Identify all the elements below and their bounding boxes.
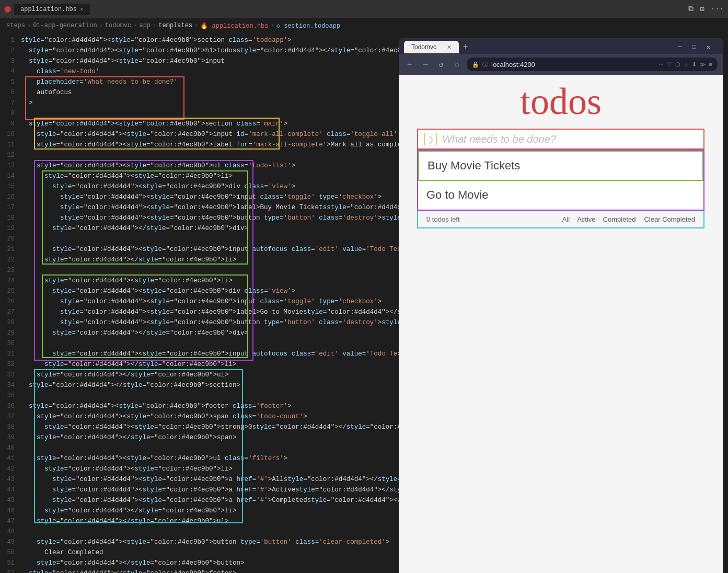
code-line: 44 style="color:#d4d4d4"><style="color:#… [0, 485, 399, 495]
address-bar[interactable]: 🔒 ⓘ localhost:4200 ··· ♡ ⬡ ☆ ⬇ ≫ ≡ [467, 58, 718, 71]
tab-label: application.hbs [20, 6, 77, 13]
bookmark-icon: ♡ [667, 61, 672, 68]
browser-tab[interactable]: Todomvc ✕ [404, 41, 459, 53]
code-line: 11 style="color:#d4d4d4"><style="color:#… [0, 140, 399, 150]
todo-app: todos ❯ What needs to be done? Buy Movie… [417, 80, 704, 228]
code-line: 6 autofocus [0, 87, 399, 98]
code-line: 33 style="color:#d4d4d4"></style="color:… [0, 370, 399, 380]
filter-active[interactable]: Active [577, 215, 595, 223]
code-line: 27 style="color:#d4d4d4"><style="color:#… [0, 307, 399, 317]
code-line: 41 style="color:#d4d4d4"><style="color:#… [0, 453, 399, 464]
browser-panel: Todomvc ✕ + — □ ✕ ← → ↺ ⌂ 🔒 ⓘ l [399, 38, 723, 573]
code-line: 23 [0, 265, 399, 276]
code-line: 5 placeholder='What needs to be done?' [0, 77, 399, 87]
back-button[interactable]: ← [404, 60, 415, 68]
todo-item-2-label: Go to Movie [426, 188, 489, 201]
code-line: 42 style="color:#d4d4d4"><style="color:#… [0, 464, 399, 474]
browser-close-icon[interactable]: ✕ [703, 43, 713, 51]
code-line: 50 Clear Completed [0, 547, 399, 558]
todo-list: Buy Movie Tickets Go to Movie [417, 150, 704, 211]
more-icon[interactable]: ··· [711, 5, 724, 14]
refresh-button[interactable]: ↺ [435, 60, 447, 69]
code-line: 12 [0, 150, 399, 161]
filter-completed[interactable]: Completed [603, 215, 636, 223]
download-icon: ⬇ [692, 61, 697, 68]
browser-tab-bar: Todomvc ✕ + — □ ✕ [399, 38, 723, 54]
code-line: 16 style="color:#d4d4d4"><style="color:#… [0, 192, 399, 202]
lock-icon: 🔒 [472, 61, 479, 68]
code-line: 7 > [0, 98, 399, 108]
code-line: 14 style="color:#d4d4d4"><style="color:#… [0, 171, 399, 181]
main-area: 1style="color:#d4d4d4"><style="color:#4e… [0, 33, 728, 573]
chevron-down-icon: ❯ [427, 134, 434, 144]
clear-completed-button[interactable]: Clear Completed [644, 215, 695, 223]
browser-tab-close-icon[interactable]: ✕ [447, 44, 452, 51]
code-line: 51 style="color:#d4d4d4"></style="color:… [0, 558, 399, 568]
footer-filters: All Active Completed [562, 215, 636, 223]
breadcrumb: steps › 01-app-generation › todomvc › ap… [0, 18, 728, 33]
code-line: 47 style="color:#d4d4d4"></style="color:… [0, 516, 399, 526]
title-bar-left: ⬤ application.hbs ✕ [4, 4, 90, 15]
code-line: 45 style="color:#d4d4d4"><style="color:#… [0, 495, 399, 506]
todo-title: todos [417, 80, 704, 123]
url-text: localhost:4200 [491, 61, 535, 68]
browser-minimize-icon[interactable]: — [675, 43, 685, 51]
browser-maximize-icon[interactable]: □ [689, 43, 699, 51]
bc-generation[interactable]: 01-app-generation [33, 22, 97, 29]
code-line: 3 style="color:#d4d4d4"><style="color:#4… [0, 56, 399, 66]
code-line: 25 style="color:#d4d4d4"><style="color:#… [0, 286, 399, 296]
code-line: 9 style="color:#d4d4d4"><style="color:#4… [0, 119, 399, 129]
todo-item-2: Go to Movie [418, 181, 703, 210]
code-line: 20 [0, 234, 399, 244]
code-line: 4 class='new-todo' [0, 66, 399, 77]
code-line: 49 style="color:#d4d4d4"><style="color:#… [0, 537, 399, 547]
code-line: 35 [0, 391, 399, 401]
code-line: 39 style="color:#d4d4d4"></style="color:… [0, 432, 399, 443]
extensions-icon: ··· [658, 61, 663, 68]
toggle-all-button[interactable]: ❯ [424, 133, 437, 145]
code-line: 22 style="color:#d4d4d4"></style="color:… [0, 255, 399, 265]
code-line: 38 style="color:#d4d4d4"><style="color:#… [0, 422, 399, 432]
bc-steps[interactable]: steps [6, 22, 25, 29]
code-line: 32 style="color:#d4d4d4"></style="color:… [0, 359, 399, 370]
split-icon[interactable]: ⧉ [688, 5, 694, 14]
app-icon: ⬤ [4, 5, 11, 13]
star-icon: ☆ [684, 61, 689, 68]
code-line: 15 style="color:#d4d4d4"><style="color:#… [0, 181, 399, 192]
code-line: 46 style="color:#d4d4d4"></style="color:… [0, 506, 399, 516]
home-button[interactable]: ⌂ [451, 60, 463, 68]
bc-app[interactable]: app [139, 22, 151, 29]
code-line: 26 style="color:#d4d4d4"><style="color:#… [0, 296, 399, 307]
code-line: 31 style="color:#d4d4d4"><style="color:#… [0, 349, 399, 359]
browser-nav-bar: ← → ↺ ⌂ 🔒 ⓘ localhost:4200 ··· ♡ ⬡ ☆ ⬇ ≫ [399, 54, 723, 75]
code-line: 8 [0, 108, 399, 119]
editor-tab[interactable]: application.hbs ✕ [14, 4, 90, 15]
code-editor: 1style="color:#d4d4d4"><style="color:#4e… [0, 33, 399, 573]
code-line: 17 style="color:#d4d4d4"><style="color:#… [0, 202, 399, 213]
tab-close-icon[interactable]: ✕ [80, 6, 84, 13]
code-line: 13 style="color:#d4d4d4"><style="color:#… [0, 161, 399, 171]
code-line: 18 style="color:#d4d4d4"><style="color:#… [0, 213, 399, 223]
browser-new-tab-icon[interactable]: + [461, 40, 470, 54]
code-line: 37 style="color:#d4d4d4"><style="color:#… [0, 411, 399, 422]
code-line: 2 style="color:#d4d4d4"><style="color:#4… [0, 45, 399, 56]
profile-icon: ⬡ [675, 61, 680, 68]
bc-section[interactable]: ◇ section.todoapp [276, 22, 340, 30]
info-icon: ⓘ [482, 61, 488, 68]
todo-item-1-label: Buy Movie Tickets [427, 159, 520, 172]
layout-icon[interactable]: ⊞ [700, 5, 704, 14]
bc-file[interactable]: 🔥 application.hbs [200, 22, 268, 30]
todo-input-placeholder: What needs to be done? [442, 133, 556, 145]
code-line: 21 style="color:#d4d4d4"><style="color:#… [0, 244, 399, 255]
bc-templates[interactable]: templates [158, 22, 192, 29]
browser-body: todos ❯ What needs to be done? Buy Movie… [399, 75, 723, 573]
forward-button[interactable]: → [420, 60, 431, 68]
todo-count: 0 todos left [426, 215, 554, 223]
window-controls[interactable]: ⧉ ⊞ ··· [688, 5, 724, 14]
code-line: 34 style="color:#d4d4d4"></style="color:… [0, 380, 399, 391]
filter-all[interactable]: All [562, 215, 570, 223]
bc-todomvc[interactable]: todomvc [105, 22, 131, 29]
code-line: 19 style="color:#d4d4d4"></style="color:… [0, 223, 399, 234]
code-line: 30 [0, 338, 399, 349]
menu-icon: ≡ [709, 61, 712, 68]
